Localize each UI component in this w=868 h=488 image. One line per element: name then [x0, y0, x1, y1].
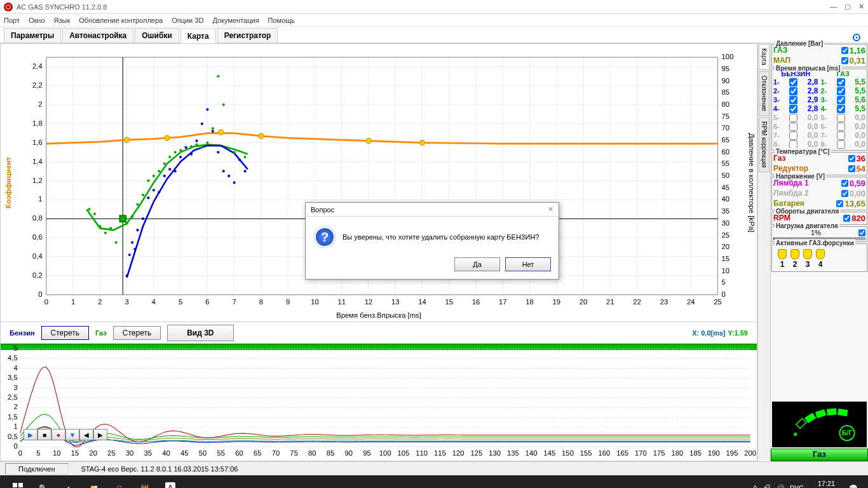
svg-text:5: 5: [722, 278, 726, 286]
erase-benzin-button[interactable]: Стереть: [41, 326, 89, 340]
taskbar-app-1[interactable]: ▲: [56, 475, 81, 488]
record-button[interactable]: ●: [51, 429, 65, 440]
svg-text:24: 24: [687, 297, 695, 305]
minimize-button[interactable]: —: [830, 3, 837, 11]
svg-text:6: 6: [205, 297, 209, 305]
svg-point-138: [244, 156, 247, 158]
dialog-close-icon[interactable]: ✕: [548, 205, 553, 214]
svg-text:2: 2: [38, 100, 42, 108]
svg-text:65: 65: [254, 449, 262, 457]
meters-panel: Давление [Bar] ГАЗ1,16МАП0,31 Время впры…: [770, 43, 868, 461]
next-button[interactable]: ▶: [93, 429, 107, 440]
svg-text:135: 135: [507, 449, 519, 457]
taskbar-explorer[interactable]: 📁: [81, 475, 107, 488]
tray-up-icon[interactable]: ^: [754, 484, 757, 488]
svg-point-145: [147, 196, 149, 199]
taskbar-calc[interactable]: 🧮: [132, 475, 158, 488]
svg-text:0: 0: [722, 290, 726, 298]
map-chart[interactable]: 0123456789101112131415161718192021222324…: [1, 44, 757, 322]
svg-text:180: 180: [671, 449, 683, 457]
svg-point-146: [153, 189, 155, 191]
svg-text:Б/Г: Б/Г: [842, 429, 853, 437]
menu-window[interactable]: Окно: [29, 17, 45, 24]
gear-icon[interactable]: [851, 32, 862, 43]
status-bar: Подключен STAG-4 eco Верс. 11.2 8.0.1 16…: [0, 461, 868, 475]
fuel-gauge: Б/Г: [772, 402, 867, 447]
svg-point-147: [158, 191, 160, 193]
confirm-dialog: Вопрос ✕ ? Вы уверены, что хотите удалит…: [305, 202, 559, 280]
menu-help[interactable]: Помощь: [268, 17, 295, 24]
svg-point-125: [163, 162, 166, 165]
tray-volume-icon[interactable]: 🔊: [776, 484, 785, 489]
stop-button[interactable]: ■: [37, 429, 51, 440]
tray-clock[interactable]: 17:21 28.03.2019: [809, 480, 844, 488]
svg-point-123: [153, 175, 155, 177]
rtab-rpm[interactable]: RPM коррекция: [759, 117, 770, 172]
start-button[interactable]: [5, 475, 31, 488]
tab-map[interactable]: Карта: [180, 29, 216, 43]
svg-text:190: 190: [708, 449, 720, 457]
svg-text:160: 160: [599, 449, 611, 457]
prev-button[interactable]: ◀: [79, 429, 93, 440]
svg-point-153: [190, 152, 193, 155]
windows-taskbar: 🔍 ▲ 📁 O 🧮 A ^ 🔗 🔊 РУС 17:21 28.03.2019 💬: [0, 475, 868, 488]
taskbar-app-active[interactable]: A: [158, 475, 183, 488]
svg-text:18: 18: [526, 297, 534, 305]
menu-3d[interactable]: Опции 3D: [172, 17, 203, 24]
dialog-no-button[interactable]: Нет: [505, 257, 551, 271]
main-tabs: Параметры Автонастройка Ошибки Карта Рег…: [0, 27, 868, 43]
svg-text:60: 60: [235, 449, 243, 457]
svg-text:85: 85: [722, 88, 730, 96]
tab-recorder[interactable]: Регистратор: [217, 28, 278, 43]
close-button[interactable]: ✕: [858, 3, 864, 11]
svg-point-150: [174, 170, 177, 172]
svg-text:12: 12: [365, 297, 373, 305]
svg-point-148: [163, 175, 166, 177]
tab-errors[interactable]: Ошибки: [135, 28, 179, 43]
search-icon[interactable]: 🔍: [31, 475, 56, 488]
svg-text:140: 140: [526, 449, 538, 457]
svg-point-158: [217, 151, 219, 153]
svg-text:4: 4: [13, 364, 17, 372]
tray-network-icon[interactable]: 🔗: [762, 484, 771, 489]
menu-docs[interactable]: Документация: [212, 17, 259, 24]
timeline-controls: ▶ ■ ● ▼ ◀ ▶: [24, 429, 107, 440]
menu-lang[interactable]: Язык: [54, 17, 71, 24]
timeline-chart[interactable]: 54,543,532,521,510,500510152025303540455…: [1, 344, 757, 461]
menu-update[interactable]: Обновление контроллера: [79, 17, 163, 24]
marker-button[interactable]: ▼: [65, 429, 79, 440]
svg-text:3,5: 3,5: [8, 374, 18, 381]
svg-text:2,4: 2,4: [32, 62, 43, 70]
menu-port[interactable]: Порт: [4, 17, 20, 24]
svg-text:3: 3: [13, 384, 17, 391]
svg-text:35: 35: [722, 207, 730, 215]
svg-point-114: [104, 232, 107, 234]
rtab-map[interactable]: Карта: [759, 44, 770, 70]
svg-text:3: 3: [125, 297, 128, 305]
svg-point-1: [856, 37, 858, 39]
view-3d-button[interactable]: Вид 3D: [167, 325, 233, 341]
svg-point-115: [109, 227, 112, 229]
gas-mode-button[interactable]: Газ: [771, 449, 868, 461]
tab-params[interactable]: Параметры: [4, 28, 61, 43]
erase-gas-button[interactable]: Стереть: [113, 326, 161, 340]
svg-text:17: 17: [499, 297, 507, 305]
svg-text:14: 14: [418, 297, 426, 305]
svg-text:105: 105: [398, 449, 410, 457]
svg-point-151: [179, 156, 182, 158]
load-checkbox[interactable]: [858, 229, 865, 236]
window-title: AC GAS SYNCHRO 11.2.0.8: [17, 3, 107, 11]
play-button[interactable]: ▶: [24, 429, 37, 440]
tray-notifications-icon[interactable]: 💬: [849, 484, 858, 489]
maximize-button[interactable]: ▢: [844, 3, 851, 11]
rtab-deviation[interactable]: Отклонение: [759, 71, 770, 116]
dialog-yes-button[interactable]: Да: [454, 257, 500, 271]
svg-text:185: 185: [689, 449, 702, 457]
title-bar: AC GAS SYNCHRO 11.2.0.8 — ▢ ✕: [0, 0, 868, 14]
tray-lang[interactable]: РУС: [790, 484, 804, 488]
tab-autotune[interactable]: Автонастройка: [62, 28, 133, 43]
taskbar-opera[interactable]: O: [107, 475, 132, 488]
svg-point-141: [131, 241, 133, 243]
svg-text:20: 20: [722, 243, 730, 250]
svg-point-122: [147, 179, 149, 182]
